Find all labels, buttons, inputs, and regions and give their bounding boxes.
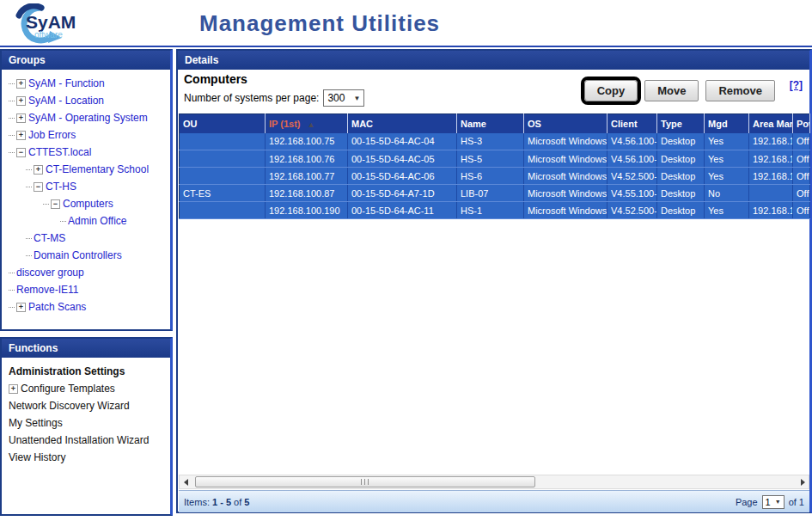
- sidebar-item-patch-scans[interactable]: +Patch Scans: [2, 298, 170, 316]
- sidebar-item-ct-elementary-school[interactable]: +CT-Elementary School: [2, 161, 170, 178]
- table-cell: 192.168.10: [749, 150, 793, 168]
- sidebar-item-cttest-local[interactable]: −CTTEST.local: [2, 144, 170, 161]
- expand-icon[interactable]: +: [34, 165, 43, 175]
- computers-table: OUIP (1st)▲MACNameOSClientTypeMgdArea Ma…: [179, 113, 810, 219]
- table-cell: V4.52.500-: [607, 202, 657, 219]
- table-cell: 00-15-5D-64-AC-05: [348, 150, 457, 168]
- column-header-client[interactable]: Client: [607, 114, 657, 133]
- table-cell: LIB-07: [457, 185, 524, 202]
- tree-item-label: SyAM - Operating System: [28, 112, 148, 124]
- function-item-label: Network Discovery Wizard: [9, 400, 130, 412]
- per-page-select[interactable]: 300 ▼: [323, 89, 364, 107]
- move-button[interactable]: Move: [644, 80, 699, 101]
- per-page-label: Number of systems per page:: [184, 92, 319, 104]
- tree-connector: [43, 204, 49, 205]
- table-header-row: OUIP (1st)▲MACNameOSClientTypeMgdArea Ma…: [180, 114, 810, 133]
- expand-icon[interactable]: +: [16, 131, 26, 140]
- column-header-ou[interactable]: OU: [180, 114, 266, 133]
- sidebar-item-syam-function[interactable]: +SyAM - Function: [2, 75, 170, 92]
- tree-connector: [9, 83, 15, 84]
- sidebar-item-computers[interactable]: −Computers: [2, 195, 170, 212]
- table-cell: 192.168.100.190: [266, 202, 348, 219]
- function-item-view-history[interactable]: View History: [2, 449, 170, 466]
- function-item-network-discovery-wizard[interactable]: Network Discovery Wizard: [2, 397, 170, 414]
- column-header-pow[interactable]: Pow: [793, 114, 810, 133]
- function-item-label: View History: [9, 451, 65, 463]
- table-cell: Yes: [705, 133, 749, 150]
- table-cell: V4.56.100-: [607, 150, 657, 168]
- sidebar-item-syam-operating-system[interactable]: +SyAM - Operating System: [2, 109, 170, 126]
- expand-icon[interactable]: +: [16, 113, 26, 123]
- column-header-mac[interactable]: MAC: [348, 114, 457, 133]
- sidebar-item-admin-office[interactable]: Admin Office: [2, 212, 170, 230]
- sidebar-item-ct-hs[interactable]: −CT-HS: [2, 178, 170, 195]
- expand-icon[interactable]: +: [16, 96, 26, 106]
- expand-icon[interactable]: +: [16, 79, 26, 89]
- grip-icon: [361, 479, 370, 485]
- table-row[interactable]: 192.168.100.19000-15-5D-64-AC-11HS-1Micr…: [180, 202, 810, 219]
- scroll-right-button[interactable]: [797, 475, 809, 488]
- table-row[interactable]: 192.168.100.7500-15-5D-64-AC-04HS-3Micro…: [180, 133, 810, 150]
- function-item-my-settings[interactable]: My Settings: [2, 414, 170, 432]
- tree-connector: [9, 290, 15, 291]
- column-header-mgd[interactable]: Mgd: [705, 114, 749, 133]
- table-cell: Microsoft Windows 7 P: [524, 133, 607, 150]
- table-cell: Off: [793, 150, 810, 168]
- page-label: Page: [736, 497, 758, 507]
- collapse-icon[interactable]: −: [16, 148, 26, 157]
- table-cell: Off: [793, 185, 810, 202]
- groups-tree: +SyAM - Function+SyAM - Location+SyAM - …: [2, 70, 170, 316]
- sidebar-item-job-errors[interactable]: +Job Errors: [2, 126, 170, 144]
- status-bar: Items: 1 - 5 of 5 Page 1 ▼ of 1: [179, 490, 809, 512]
- tree-connector: [26, 169, 32, 170]
- table-row[interactable]: 192.168.100.7600-15-5D-64-AC-05HS-5Micro…: [180, 150, 810, 168]
- function-item-administration-settings[interactable]: Administration Settings: [2, 363, 170, 380]
- chevron-down-icon: ▼: [353, 95, 360, 102]
- remove-button[interactable]: Remove: [705, 80, 775, 101]
- table-cell: Desktop: [657, 202, 705, 219]
- tree-connector: [9, 101, 15, 101]
- table-cell: [180, 133, 266, 150]
- table-cell: 192.168.100.77: [266, 168, 348, 185]
- collapse-icon[interactable]: −: [34, 182, 43, 192]
- sidebar-item-remove-ie11[interactable]: Remove-IE11: [2, 281, 170, 298]
- collapse-icon[interactable]: −: [51, 199, 60, 209]
- help-link[interactable]: [?]: [790, 79, 803, 91]
- table-cell: HS-5: [457, 150, 524, 168]
- column-header-os[interactable]: OS: [524, 114, 607, 133]
- column-header-ip-1st[interactable]: IP (1st)▲: [266, 114, 348, 133]
- page-of-label: of 1: [789, 497, 804, 507]
- tree-item-label: Admin Office: [68, 215, 126, 227]
- table-cell: 192.168.10: [749, 202, 793, 219]
- table-cell: Yes: [705, 168, 749, 185]
- tree-item-label: CT-HS: [46, 181, 76, 193]
- table-cell: Desktop: [657, 150, 705, 168]
- scrollbar-thumb[interactable]: [195, 476, 535, 487]
- horizontal-scrollbar[interactable]: [179, 475, 809, 489]
- sidebar-item-discover-group[interactable]: discover group: [2, 264, 170, 281]
- details-panel: Details Computers Number of systems per …: [176, 49, 812, 513]
- copy-button[interactable]: Copy: [584, 80, 638, 101]
- column-header-type[interactable]: Type: [657, 114, 705, 133]
- table-row[interactable]: CT-ES192.168.100.8700-15-5D-64-A7-1DLIB-…: [180, 185, 810, 202]
- sidebar-item-syam-location[interactable]: +SyAM - Location: [2, 92, 170, 109]
- column-header-name[interactable]: Name: [457, 114, 524, 133]
- table-cell: 00-15-5D-64-AC-06: [348, 168, 457, 185]
- tree-connector: [9, 307, 15, 308]
- table-row[interactable]: 192.168.100.7700-15-5D-64-AC-06HS-6Micro…: [180, 168, 810, 185]
- function-item-unattended-installation-wizard[interactable]: Unattended Installation Wizard: [2, 432, 170, 449]
- sidebar-item-ct-ms[interactable]: CT-MS: [2, 230, 170, 247]
- app-title: Management Utilities: [199, 10, 440, 37]
- expand-icon[interactable]: +: [9, 384, 18, 394]
- tree-connector: [26, 238, 32, 239]
- table-cell: Yes: [705, 150, 749, 168]
- function-item-label: Unattended Installation Wizard: [9, 434, 149, 446]
- sidebar-item-domain-controllers[interactable]: Domain Controllers: [2, 247, 170, 264]
- table-cell: Microsoft Windows 7 P: [524, 185, 607, 202]
- page-select[interactable]: 1 ▼: [762, 495, 785, 509]
- tree-item-label: discover group: [16, 267, 84, 279]
- expand-icon[interactable]: +: [16, 303, 26, 312]
- function-item-configure-templates[interactable]: +Configure Templates: [2, 380, 170, 397]
- column-header-area-manag[interactable]: Area Manag: [749, 114, 793, 133]
- scroll-left-button[interactable]: [180, 475, 192, 488]
